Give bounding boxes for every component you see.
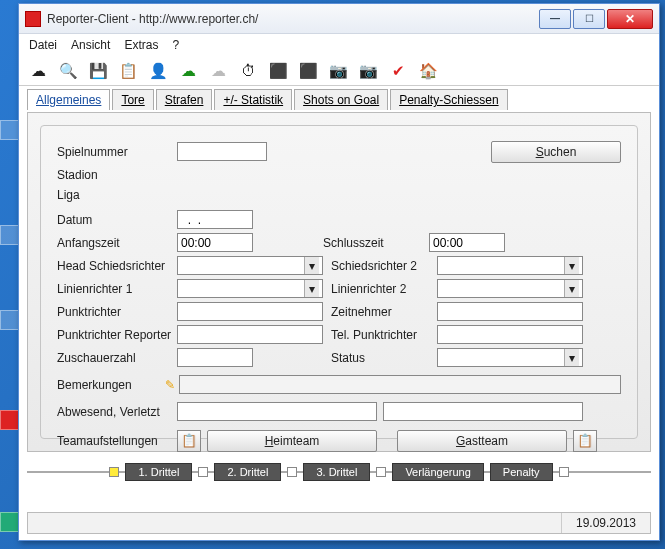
cloud-upload-icon[interactable]: ☁ (179, 62, 197, 80)
input-abwesend-heim[interactable] (177, 402, 377, 421)
input-zeitnehmer[interactable] (437, 302, 583, 321)
combo-sr2[interactable]: ▾ (437, 256, 583, 275)
menu-help[interactable]: ? (172, 38, 179, 52)
input-datum[interactable] (177, 210, 253, 229)
stopwatch-icon[interactable]: ⏱ (239, 62, 257, 80)
tab-tore-label: Tore (121, 93, 144, 107)
period-2-button[interactable]: 2. Drittel (214, 463, 281, 481)
tab-statistik-label: +/- Statistik (223, 93, 283, 107)
label-punktrichter: Punktrichter (57, 305, 177, 319)
label-datum: Datum (57, 213, 177, 227)
desktop-icon (0, 512, 20, 532)
edit-icon[interactable]: ✎ (165, 378, 175, 392)
label-teamaufstellungen: Teamaufstellungen (57, 434, 177, 448)
save-icon[interactable]: 💾 (89, 62, 107, 80)
add-person-icon[interactable]: 👤 (149, 62, 167, 80)
input-anfangszeit[interactable] (177, 233, 253, 252)
input-zuschauer[interactable] (177, 348, 253, 367)
label-stadion: Stadion (57, 168, 177, 182)
tab-strafen-label: Strafen (165, 93, 204, 107)
input-abwesend-gast[interactable] (383, 402, 583, 421)
label-lr1: Linienrichter 1 (57, 282, 177, 296)
menu-extras[interactable]: Extras (124, 38, 158, 52)
camera2-icon: 📷 (359, 62, 377, 80)
menubar: Datei Ansicht Extras ? (19, 34, 659, 56)
tab-shotsongoal-label: Shots on Goal (303, 93, 379, 107)
button-gastteam[interactable]: Gastteam (397, 430, 567, 452)
app-icon (25, 11, 41, 27)
label-spielnummer: Spielnummer (57, 145, 177, 159)
button-heimteam[interactable]: Heimteam (207, 430, 377, 452)
desktop-icon (0, 310, 20, 330)
combo-status[interactable]: ▾ (437, 348, 583, 367)
desktop-icon (0, 120, 20, 140)
window-title: Reporter-Client - http://www.reporter.ch… (47, 12, 537, 26)
label-lr2: Linienrichter 2 (331, 282, 437, 296)
button-suchen[interactable]: Suchen (491, 141, 621, 163)
desktop-icon (0, 225, 20, 245)
combo-head-sr[interactable]: ▾ (177, 256, 323, 275)
menu-datei[interactable]: Datei (29, 38, 57, 52)
stats1-icon[interactable]: ⬛ (269, 62, 287, 80)
input-tel-punktrichter[interactable] (437, 325, 583, 344)
label-liga: Liga (57, 188, 177, 202)
search-icon[interactable]: 🔍 (59, 62, 77, 80)
label-zuschauer: Zuschauerzahl (57, 351, 177, 365)
period-dot[interactable] (287, 467, 297, 477)
combo-lr1[interactable]: ▾ (177, 279, 323, 298)
label-head-sr: Head Schiedsrichter (57, 259, 177, 273)
input-schlusszeit[interactable] (429, 233, 505, 252)
label-abwesend: Abwesend, Verletzt (57, 405, 177, 419)
check-icon[interactable]: ✔ (389, 62, 407, 80)
tab-shotsongoal[interactable]: Shots on Goal (294, 89, 388, 110)
period-dot[interactable] (376, 467, 386, 477)
close-button[interactable] (607, 9, 653, 29)
maximize-button[interactable] (573, 9, 605, 29)
calendar2-button[interactable]: 📋 (573, 430, 597, 452)
input-bemerkungen[interactable] (179, 375, 621, 394)
app-window: Reporter-Client - http://www.reporter.ch… (18, 3, 660, 541)
label-schlusszeit: Schlusszeit (323, 236, 429, 250)
tab-penaltyschiessen[interactable]: Penalty-Schiessen (390, 89, 507, 110)
label-bemerkungen: Bemerkungen (57, 378, 165, 392)
period-penalty-button[interactable]: Penalty (490, 463, 553, 481)
cloud-disabled-icon: ☁ (209, 62, 227, 80)
period-1-button[interactable]: 1. Drittel (125, 463, 192, 481)
combo-lr2[interactable]: ▾ (437, 279, 583, 298)
label-tel-punktrichter: Tel. Punktrichter (331, 328, 437, 342)
tab-tore[interactable]: Tore (112, 89, 153, 110)
tab-statistik[interactable]: +/- Statistik (214, 89, 292, 110)
label-punktrichter-rep: Punktrichter Reporter (57, 328, 177, 342)
minimize-button[interactable] (539, 9, 571, 29)
tab-allgemeines[interactable]: Allgemeines (27, 89, 110, 110)
stats2-icon[interactable]: ⬛ (299, 62, 317, 80)
status-date: 19.09.2013 (562, 513, 650, 533)
menu-ansicht[interactable]: Ansicht (71, 38, 110, 52)
label-anfangszeit: Anfangszeit (57, 236, 177, 250)
period-dot-start[interactable] (109, 467, 119, 477)
period-dot-end[interactable] (559, 467, 569, 477)
statusbar: 19.09.2013 (27, 512, 651, 534)
form-panel: Spielnummer Suchen Stadion Liga Datum An… (40, 125, 638, 439)
period-3-button[interactable]: 3. Drittel (303, 463, 370, 481)
calendar1-button[interactable]: 📋 (177, 430, 201, 452)
tab-bar: Allgemeines Tore Strafen +/- Statistik S… (19, 86, 659, 110)
camera1-icon: 📷 (329, 62, 347, 80)
cloud-download-icon[interactable]: ☁ (29, 62, 47, 80)
home-icon[interactable]: 🏠 (419, 62, 437, 80)
clipboard-icon[interactable]: 📋 (119, 62, 137, 80)
desktop-icon (0, 410, 20, 430)
label-zeitnehmer: Zeitnehmer (331, 305, 437, 319)
input-punktrichter[interactable] (177, 302, 323, 321)
period-strip: 1. Drittel 2. Drittel 3. Drittel Verläng… (27, 460, 651, 484)
tab-strafen[interactable]: Strafen (156, 89, 213, 110)
input-spielnummer[interactable] (177, 142, 267, 161)
content-frame: Spielnummer Suchen Stadion Liga Datum An… (27, 112, 651, 452)
tab-penalty-label: Penalty-Schiessen (399, 93, 498, 107)
period-ot-button[interactable]: Verlängerung (392, 463, 483, 481)
status-cell (28, 513, 562, 533)
titlebar: Reporter-Client - http://www.reporter.ch… (19, 4, 659, 34)
label-sr2: Schiedsrichter 2 (331, 259, 437, 273)
period-dot[interactable] (198, 467, 208, 477)
input-punktrichter-rep[interactable] (177, 325, 323, 344)
